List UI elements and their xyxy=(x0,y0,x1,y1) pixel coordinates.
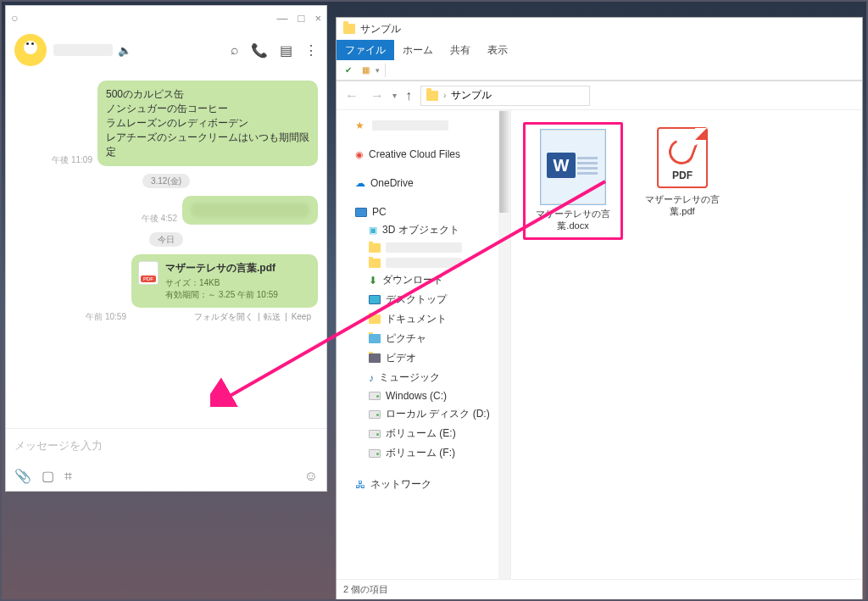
breadcrumb-sep[interactable]: › xyxy=(443,91,446,100)
music-icon: ♪ xyxy=(369,372,374,384)
drag-handle-icon[interactable]: ○ xyxy=(11,11,18,25)
tree-scrollbar[interactable] xyxy=(498,110,510,579)
chat-input-area[interactable] xyxy=(6,428,326,461)
msg-line: ラムレーズンのレディボーデン xyxy=(106,116,309,131)
msg-line: 500のカルピス缶 xyxy=(106,87,309,102)
desktop-icon xyxy=(369,295,381,304)
note-icon[interactable]: ▤ xyxy=(280,42,292,58)
tree-downloads[interactable]: ⬇ダウンロード xyxy=(340,270,507,290)
pdf-label: PDF xyxy=(659,170,706,181)
ribbon-tab-home[interactable]: ホーム xyxy=(394,40,442,60)
window-title: サンプル xyxy=(360,22,401,36)
drive-icon xyxy=(369,392,381,400)
folder-icon xyxy=(369,243,381,253)
message-bubble[interactable]: 500のカルピス缶 ノンシュガーの缶コーヒー ラムレーズンのレディボーデン レア… xyxy=(97,81,318,166)
star-icon: ★ xyxy=(355,120,367,131)
item-count: 2 個の項目 xyxy=(343,583,388,596)
more-icon[interactable]: ⋮ xyxy=(304,42,318,58)
tree-item-blurred[interactable] xyxy=(340,255,507,270)
forward-link[interactable]: 転送 xyxy=(264,312,281,321)
close-button[interactable]: × xyxy=(314,12,321,25)
maximize-button[interactable]: □ xyxy=(298,12,305,25)
nav-forward-button[interactable]: → xyxy=(367,88,387,103)
pc-icon xyxy=(355,208,367,217)
contact-name-blurred xyxy=(53,44,113,56)
chat-titlebar[interactable]: ○ — □ × xyxy=(6,6,326,30)
message-input[interactable] xyxy=(14,439,318,452)
folder-icon xyxy=(426,91,438,101)
status-bar: 2 個の項目 xyxy=(337,579,862,599)
pdf-thumbnail: PDF xyxy=(657,127,708,188)
line-chat-window: ○ — □ × 🔈 ⌕ 📞 ▤ ⋮ 午後 11:09 500のカルピス缶 ノンシ… xyxy=(5,5,327,492)
nav-tree[interactable]: ★ ◉Creative Cloud Files ☁OneDrive PC ▣3D… xyxy=(337,110,511,579)
file-item-docx[interactable]: W マザーテレサの言葉.docx xyxy=(531,130,615,232)
date-separator: 3.12(金) xyxy=(142,174,190,188)
tree-item-blurred[interactable] xyxy=(340,240,507,255)
ribbon-tab-share[interactable]: 共有 xyxy=(442,40,479,60)
tree-drive-c[interactable]: Windows (C:) xyxy=(340,387,507,404)
date-separator: 今日 xyxy=(149,232,183,247)
bookmark-icon[interactable]: ▢ xyxy=(42,468,54,484)
qat-dropdown-icon[interactable]: ▾ xyxy=(376,66,380,75)
drive-icon xyxy=(369,430,381,438)
file-name: マザーテレサの言葉.docx xyxy=(531,208,615,232)
file-message[interactable]: マザーテレサの言葉.pdf サイズ：14KB 有効期間：～ 3.25 午前 10… xyxy=(131,254,318,323)
breadcrumb-item[interactable]: サンプル xyxy=(451,88,492,103)
open-folder-link[interactable]: フォルダを開く xyxy=(194,312,253,321)
avatar[interactable] xyxy=(14,34,47,66)
word-icon: W xyxy=(547,153,576,178)
speaker-icon[interactable]: 🔈 xyxy=(118,44,131,57)
tree-videos[interactable]: ビデオ xyxy=(340,348,507,368)
file-name: マザーテレサの言葉.pdf xyxy=(640,193,725,218)
ribbon-tab-view[interactable]: 表示 xyxy=(479,40,516,60)
folder-icon xyxy=(343,24,355,34)
drive-icon xyxy=(369,449,381,458)
tree-creative-cloud[interactable]: ◉Creative Cloud Files xyxy=(340,146,507,163)
emoji-icon[interactable]: ☺ xyxy=(304,469,318,484)
tree-drive-d[interactable]: ローカル ディスク (D:) xyxy=(340,404,507,424)
tree-desktop[interactable]: デスクトップ xyxy=(340,290,507,309)
address-bar[interactable]: › サンプル xyxy=(420,86,590,106)
qat-check-icon[interactable]: ✔ xyxy=(342,64,355,77)
file-expire: 有効期間：～ 3.25 午前 10:59 xyxy=(165,289,278,301)
attach-icon[interactable]: 📎 xyxy=(14,468,31,484)
annotation-highlight: W マザーテレサの言葉.docx xyxy=(523,122,623,240)
nav-up-button[interactable]: ↑ xyxy=(402,88,415,103)
ribbon: ファイル ホーム 共有 表示 ✔ ▦ ▾ xyxy=(337,40,862,81)
creative-cloud-icon: ◉ xyxy=(355,149,364,160)
nav-history-icon[interactable]: ▾ xyxy=(392,91,397,100)
tree-network[interactable]: 🖧ネットワーク xyxy=(340,475,507,494)
call-icon[interactable]: 📞 xyxy=(251,42,268,58)
message-time: 午後 11:09 xyxy=(52,154,92,166)
tree-3d-objects[interactable]: ▣3D オブジェクト xyxy=(340,220,507,240)
tree-drive-f[interactable]: ボリューム (F:) xyxy=(340,443,507,463)
nav-back-button[interactable]: ← xyxy=(342,88,362,103)
tree-pc[interactable]: PC xyxy=(340,203,507,220)
msg-line: レアチーズのシュークリームはいつも期間限定 xyxy=(106,131,309,159)
tree-drive-e[interactable]: ボリューム (E:) xyxy=(340,424,507,443)
scrollbar-thumb[interactable] xyxy=(499,111,509,213)
explorer-titlebar[interactable]: サンプル xyxy=(337,18,862,40)
tree-pictures[interactable]: ピクチャ xyxy=(340,329,507,348)
tree-quickaccess[interactable]: ★ xyxy=(340,117,507,134)
search-icon[interactable]: ⌕ xyxy=(231,42,239,58)
network-icon: 🖧 xyxy=(355,479,365,491)
word-thumbnail: W xyxy=(541,130,605,204)
3d-icon: ▣ xyxy=(369,225,377,236)
chat-body[interactable]: 午後 11:09 500のカルピス缶 ノンシュガーの缶コーヒー ラムレーズンのレ… xyxy=(6,70,326,428)
ribbon-tab-file[interactable]: ファイル xyxy=(337,40,394,60)
tree-music[interactable]: ♪ミュージック xyxy=(340,368,507,387)
message-bubble-blurred[interactable] xyxy=(182,196,318,225)
nav-bar: ← → ▾ ↑ › サンプル xyxy=(337,81,862,110)
tree-onedrive[interactable]: ☁OneDrive xyxy=(340,175,507,192)
minimize-button[interactable]: — xyxy=(277,12,288,25)
separator xyxy=(385,64,386,77)
keep-link[interactable]: Keep xyxy=(292,312,311,321)
qat-layout-icon[interactable]: ▦ xyxy=(359,64,372,77)
file-item-pdf[interactable]: PDF マザーテレサの言葉.pdf xyxy=(640,122,725,218)
crop-icon[interactable]: ⌗ xyxy=(64,469,72,484)
file-pane[interactable]: W マザーテレサの言葉.docx PDF マザーテレサの言葉.pdf xyxy=(511,110,862,579)
tree-documents[interactable]: ドキュメント xyxy=(340,309,507,329)
message-time: 午前 10:59 xyxy=(86,311,126,323)
onedrive-icon: ☁ xyxy=(355,177,365,189)
